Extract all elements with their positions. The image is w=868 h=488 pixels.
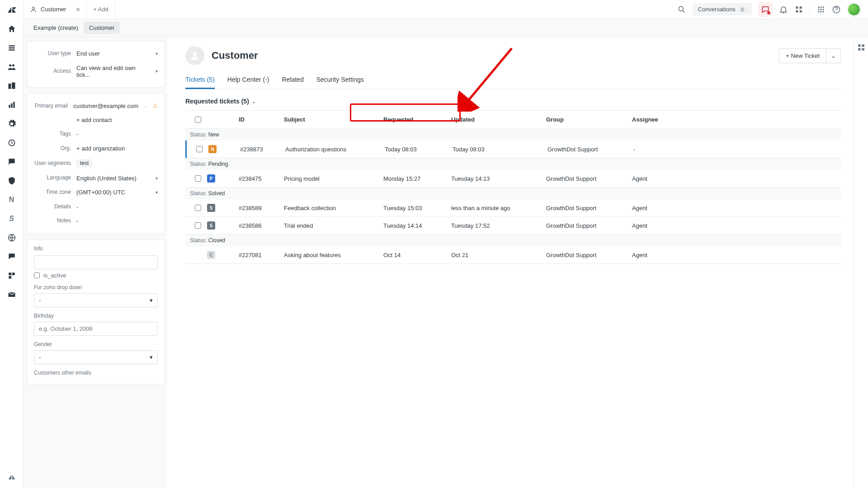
tab-tickets[interactable]: Tickets (5): [185, 76, 215, 89]
close-icon[interactable]: ×: [76, 5, 80, 13]
org-field[interactable]: Org. + add organization: [34, 141, 158, 156]
tab-security[interactable]: Security Settings: [316, 76, 364, 89]
ticket-filter-dropdown[interactable]: Requested tickets (5) ⌄: [185, 98, 841, 105]
is-active-checkbox[interactable]: is_active: [34, 272, 158, 279]
add-contact-link[interactable]: + add contact: [76, 117, 158, 123]
col-updated[interactable]: Updated: [451, 116, 546, 123]
nav-icon-1[interactable]: [6, 137, 17, 148]
table-row[interactable]: P #238475 Pricing model Monday 15:27 Tue…: [185, 170, 841, 188]
cell-updated: Oct 21: [451, 252, 546, 258]
notes-label: Notes: [34, 217, 71, 225]
nav-s-icon[interactable]: S: [6, 213, 17, 224]
bell-icon[interactable]: [779, 5, 788, 14]
customers-icon[interactable]: [6, 61, 17, 72]
status-badge-solved: S: [207, 204, 215, 212]
email-field[interactable]: Primary email customer@example.com ⌄ ⚠: [34, 99, 158, 113]
cell-requested: Tuesday 15:03: [383, 205, 451, 211]
segments-field[interactable]: User segments test: [34, 155, 158, 171]
chat-notif-icon[interactable]: [758, 2, 773, 17]
segments-label: User segments: [34, 160, 71, 167]
left-rail: N S: [0, 0, 24, 488]
chevron-down-icon: ▾: [150, 297, 153, 304]
nav-misc-icon[interactable]: [6, 270, 17, 281]
access-field[interactable]: Access Can view and edit own tick... ▾: [34, 61, 158, 82]
select-all-checkbox[interactable]: [195, 117, 201, 123]
row-checkbox[interactable]: [195, 175, 201, 182]
col-group[interactable]: Group: [546, 116, 632, 123]
timezone-label: Time zone: [34, 189, 71, 196]
cell-subject: Pricing model: [284, 175, 383, 182]
search-icon[interactable]: [677, 5, 686, 14]
birthday-input[interactable]: [34, 322, 158, 336]
add-org-link[interactable]: + add organization: [76, 145, 158, 152]
add-contact-row[interactable]: + add contact: [34, 113, 158, 127]
user-avatar[interactable]: [847, 3, 861, 16]
col-assignee[interactable]: Assignee: [632, 116, 837, 123]
nav-n-icon[interactable]: N: [6, 194, 17, 205]
col-id[interactable]: ID: [239, 116, 284, 123]
nav-chat-icon[interactable]: [6, 251, 17, 262]
nav-spark-icon[interactable]: [6, 308, 17, 319]
breadcrumb-customer[interactable]: Customer: [84, 22, 120, 34]
new-ticket-button[interactable]: + New Ticket: [779, 48, 826, 63]
access-label: Access: [34, 68, 71, 75]
nav-shield-icon[interactable]: [6, 175, 17, 186]
details-field[interactable]: Details -: [34, 200, 158, 214]
gender-select[interactable]: - ▾: [34, 350, 158, 364]
tab-customer[interactable]: Customer ×: [24, 0, 87, 19]
row-checkbox[interactable]: [195, 222, 201, 229]
apps-panel-icon[interactable]: [857, 43, 865, 53]
zendesk-icon[interactable]: [6, 472, 17, 483]
col-requested[interactable]: Requested: [383, 116, 451, 123]
new-ticket-dropdown[interactable]: ⌄: [826, 48, 841, 63]
tab-help-center[interactable]: Help Center (-): [227, 76, 269, 89]
is-active-input[interactable]: [34, 272, 40, 278]
svg-point-27: [822, 9, 824, 10]
status-badge-new: N: [208, 145, 217, 153]
row-checkbox[interactable]: [195, 205, 201, 211]
help-icon[interactable]: [832, 5, 841, 14]
organizations-icon[interactable]: [6, 80, 17, 91]
conversations-button[interactable]: Conversations 0: [693, 3, 752, 15]
table-row[interactable]: S #238589 Feedback collection Tuesday 15…: [185, 199, 841, 217]
home-icon[interactable]: [6, 23, 17, 34]
svg-rect-14: [9, 276, 11, 279]
svg-rect-35: [862, 44, 864, 47]
table-row[interactable]: C #227081 Asking about features Oct 14 O…: [185, 246, 841, 264]
views-icon[interactable]: [6, 42, 17, 53]
conversations-count: 0: [738, 7, 746, 12]
apps-switcher-icon[interactable]: [794, 5, 803, 14]
user-type-field[interactable]: User type End user ▾: [34, 47, 158, 61]
svg-point-3: [9, 64, 11, 66]
cell-assignee: Agent: [632, 175, 837, 182]
bento-icon[interactable]: [816, 5, 826, 14]
notes-field[interactable]: Notes -: [34, 214, 158, 228]
admin-gear-icon[interactable]: [6, 118, 17, 129]
user-type-label: User type: [34, 50, 71, 57]
timezone-field[interactable]: Time zone (GMT+00:00) UTC ▾: [34, 185, 158, 200]
nav-mail-icon[interactable]: [6, 289, 17, 300]
zoho-select[interactable]: - ▾: [34, 293, 158, 307]
nav-icon-2[interactable]: [6, 156, 17, 167]
language-field[interactable]: Language English (United States) ▾: [34, 171, 158, 185]
svg-rect-13: [12, 272, 14, 275]
nav-globe-icon[interactable]: [6, 232, 17, 243]
reporting-icon[interactable]: [6, 99, 17, 110]
info-input[interactable]: [34, 255, 158, 269]
cell-group: GrowthDot Support: [546, 222, 632, 229]
svg-point-28: [818, 11, 819, 12]
col-subject[interactable]: Subject: [284, 116, 383, 123]
cell-id: #238586: [239, 222, 284, 229]
tab-related[interactable]: Related: [282, 76, 303, 89]
add-label: + Add: [93, 6, 108, 13]
svg-rect-37: [862, 48, 864, 51]
tab-add[interactable]: + Add: [87, 0, 115, 19]
breadcrumb-example[interactable]: Example (create): [28, 22, 84, 34]
chevron-down-icon: ▾: [150, 354, 153, 361]
cell-subject: Authorization questions: [285, 146, 385, 153]
chevron-down-icon: ▾: [156, 190, 158, 195]
row-checkbox[interactable]: [196, 146, 203, 152]
table-row[interactable]: S #238586 Trial ended Tuesday 14:14 Tues…: [185, 217, 841, 235]
table-row[interactable]: N #238873 Authorization questions Today …: [185, 141, 841, 158]
tags-field[interactable]: Tags -: [34, 127, 158, 141]
